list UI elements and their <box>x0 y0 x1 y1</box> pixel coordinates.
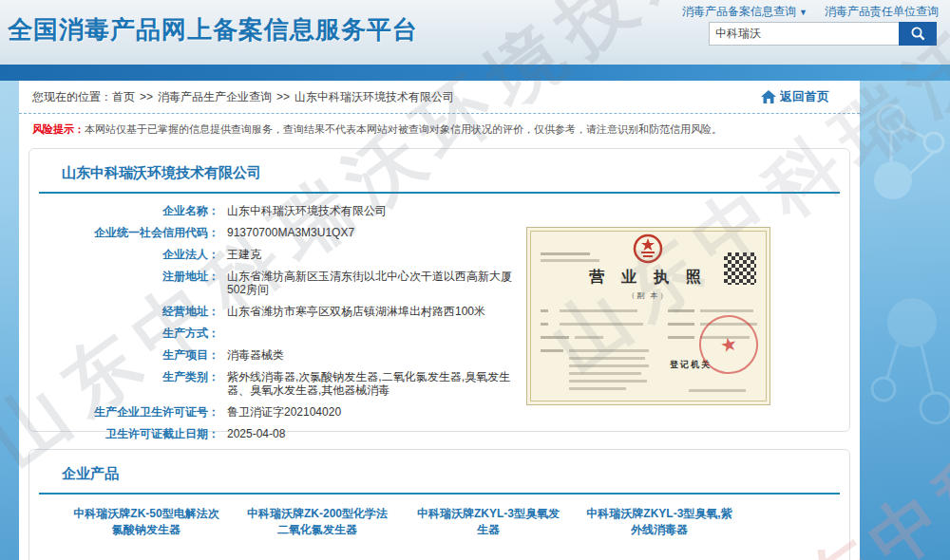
header-divider-band <box>0 65 950 81</box>
nav-filing-info-query[interactable]: 消毒产品备案信息查询▼ <box>682 4 808 20</box>
license-text-line <box>668 323 694 326</box>
license-text-line <box>668 309 694 312</box>
field-row: 企业名称：山东中科瑞沃环境技术有限公司 <box>29 204 561 217</box>
breadcrumb-separator: >> <box>276 90 290 103</box>
field-value: 王建克 <box>227 248 261 261</box>
company-fields: 企业名称：山东中科瑞沃环境技术有限公司 企业统一社会信用代码：91370700M… <box>29 204 561 449</box>
field-label: 生产企业卫生许可证号： <box>29 405 219 419</box>
field-value: 消毒器械类 <box>227 348 284 362</box>
site-header: 全国消毒产品网上备案信息服务平台 消毒产品备案信息查询▼ 消毒产品责任单位查询 <box>0 0 950 65</box>
license-text-line <box>541 259 599 262</box>
field-row: 企业统一社会信用代码：91370700MA3M3U1QX7 <box>29 226 561 239</box>
breadcrumb-prefix: 您现在的位置： <box>32 90 112 103</box>
license-text-line <box>569 364 649 367</box>
field-row: 注册地址：山东省潍坊高新区玉清东街以北中心次干道以西高新大厦502房间 <box>29 270 561 296</box>
chevron-down-icon: ▼ <box>799 8 808 17</box>
field-value: 91370700MA3M3U1QX7 <box>227 226 354 239</box>
top-nav: 消毒产品备案信息查询▼ 消毒产品责任单位查询 <box>682 4 939 20</box>
license-text-line <box>560 309 637 312</box>
field-label: 企业名称： <box>29 204 219 217</box>
product-link[interactable]: 中科瑞沃牌ZKYL-3型臭氧发生器 <box>413 506 563 538</box>
license-text-line <box>569 387 626 390</box>
field-row: 生产类别：紫外线消毒器,次氯酸钠发生器,二氧化氯发生器,臭氧发生器、臭氧水发生器… <box>29 370 561 397</box>
search-input[interactable] <box>709 22 899 46</box>
product-link[interactable]: 中科瑞沃牌ZK-200型化学法二氧化氯发生器 <box>242 506 392 538</box>
breadcrumb-home-link[interactable]: 首页 <box>112 90 135 103</box>
business-license-image: 营 业 执 照 （副 本） 登记机关 ★ <box>526 227 770 405</box>
field-row: 生产方式： <box>29 327 561 340</box>
field-label: 卫生许可证截止日期： <box>29 427 219 440</box>
field-value: 山东省潍坊市寒亭区双杨店镇湖淋埠出村路西100米 <box>227 305 485 318</box>
risk-notice-text: 本网站仅基于已掌握的信息提供查询服务，查询结果不代表本网站对被查询对象信用状况的… <box>85 123 722 135</box>
license-qr-code <box>724 252 756 285</box>
field-row: 企业法人：王建克 <box>29 248 561 261</box>
site-title: 全国消毒产品网上备案信息服务平台 <box>8 13 418 47</box>
molecule-decoration <box>853 90 950 242</box>
product-link[interactable]: 中科瑞沃牌ZKYL-3型臭氧,紫外线消毒器 <box>584 506 734 538</box>
field-label: 经营地址： <box>29 305 219 318</box>
search-icon <box>910 26 926 42</box>
field-row: 卫生许可证截止日期：2025-04-08 <box>29 427 561 440</box>
license-text-line <box>569 380 647 383</box>
nav-responsible-unit-query[interactable]: 消毒产品责任单位查询 <box>825 4 939 20</box>
company-title: 山东中科瑞沃环境技术有限公司 <box>29 149 849 192</box>
field-value: 山东省潍坊高新区玉清东街以北中心次干道以西高新大厦502房间 <box>227 270 529 296</box>
search-bar <box>709 22 937 46</box>
field-row: 经营地址：山东省潍坊市寒亭区双杨店镇湖淋埠出村路西100米 <box>29 305 561 318</box>
molecule-decoration-2 <box>855 285 950 475</box>
license-text-line <box>541 349 563 352</box>
license-text-line <box>541 323 548 326</box>
search-button[interactable] <box>899 22 937 46</box>
national-emblem-icon <box>632 233 664 267</box>
field-label: 生产项目： <box>29 348 219 362</box>
breadcrumb: 您现在的位置：首页>>消毒产品生产企业查询>>山东中科瑞沃环境技术有限公司 <box>32 89 454 105</box>
company-info-panel: 山东中科瑞沃环境技术有限公司 企业名称：山东中科瑞沃环境技术有限公司 企业统一社… <box>28 148 850 432</box>
risk-notice-label: 风险提示： <box>32 123 85 135</box>
title-underline <box>39 192 840 194</box>
field-label: 生产类别： <box>29 370 219 397</box>
main-content: 您现在的位置：首页>>消毒产品生产企业查询>>山东中科瑞沃环境技术有限公司 返回… <box>19 81 860 560</box>
field-value: 山东中科瑞沃环境技术有限公司 <box>227 204 387 217</box>
field-value: 紫外线消毒器,次氯酸钠发生器,二氧化氯发生器,臭氧发生器、臭氧水发生器,其他器械… <box>227 370 529 397</box>
breadcrumb-query-link[interactable]: 消毒产品生产企业查询 <box>158 90 272 103</box>
license-text-line <box>569 349 649 352</box>
breadcrumb-bar: 您现在的位置：首页>>消毒产品生产企业查询>>山东中科瑞沃环境技术有限公司 返回… <box>19 81 860 114</box>
license-text-line <box>541 309 548 312</box>
field-label: 生产方式： <box>29 327 219 340</box>
products-panel: 企业产品 中科瑞沃牌ZK-50型电解法次氯酸钠发生器 中科瑞沃牌ZK-200型化… <box>28 449 850 560</box>
license-text-line <box>569 372 641 375</box>
field-label: 企业统一社会信用代码： <box>29 226 219 239</box>
field-row: 生产企业卫生许可证号：鲁卫消证字202104020 <box>29 405 561 419</box>
field-value: 2025-04-08 <box>227 427 285 440</box>
field-label: 注册地址： <box>29 270 219 296</box>
products-title: 企业产品 <box>29 450 849 493</box>
back-home-link[interactable]: 返回首页 <box>761 88 829 105</box>
license-subtitle: （副 本） <box>527 290 770 301</box>
field-value: 鲁卫消证字202104020 <box>227 405 341 419</box>
license-text-line <box>541 336 569 339</box>
license-text-line <box>668 336 694 339</box>
license-text-line <box>541 252 590 255</box>
license-text-line <box>700 309 753 312</box>
risk-notice: 风险提示：本网站仅基于已掌握的信息提供查询服务，查询结果不代表本网站对被查询对象… <box>19 114 860 140</box>
product-list: 中科瑞沃牌ZK-50型电解法次氯酸钠发生器 中科瑞沃牌ZK-200型化学法二氧化… <box>29 495 849 538</box>
field-label: 企业法人： <box>29 248 219 261</box>
breadcrumb-separator: >> <box>140 90 153 103</box>
field-row: 生产项目：消毒器械类 <box>29 348 561 362</box>
breadcrumb-current: 山东中科瑞沃环境技术有限公司 <box>294 90 454 103</box>
license-text-line <box>569 357 645 360</box>
product-link[interactable]: 中科瑞沃牌ZK-50型电解法次氯酸钠发生器 <box>71 506 221 538</box>
home-icon <box>761 90 776 103</box>
license-text-line <box>689 389 746 392</box>
license-text-line <box>560 323 643 326</box>
license-text-line <box>575 336 603 339</box>
